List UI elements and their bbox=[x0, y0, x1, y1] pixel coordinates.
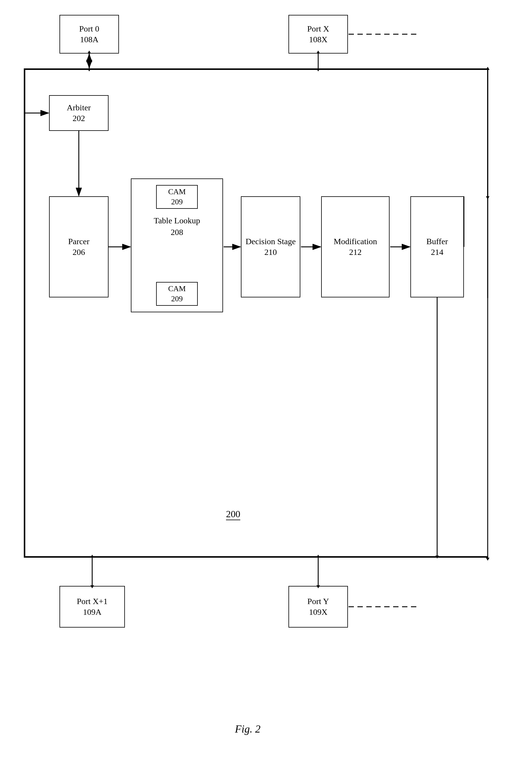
decision-label: Decision Stage bbox=[246, 236, 296, 247]
port0-sublabel: 108A bbox=[80, 34, 98, 45]
arbiter-label: Arbiter bbox=[67, 102, 91, 113]
port0-label: Port 0 bbox=[79, 23, 99, 34]
portY-sublabel: 109X bbox=[309, 607, 327, 617]
bottom-bus-line bbox=[24, 556, 488, 558]
cam-bottom-sublabel: 209 bbox=[171, 294, 183, 304]
cam-top-block: CAM 209 bbox=[156, 185, 198, 209]
cam-top-label: CAM bbox=[168, 187, 186, 197]
arbiter-block: Arbiter 202 bbox=[49, 95, 109, 131]
portY-block: Port Y 109X bbox=[288, 586, 348, 628]
modification-sublabel: 212 bbox=[349, 247, 362, 258]
parcer-label: Parcer bbox=[68, 236, 90, 247]
decision-sublabel: 210 bbox=[264, 247, 277, 258]
portY-label: Port Y bbox=[307, 596, 329, 607]
buffer-label: Buffer bbox=[426, 236, 448, 247]
parcer-block: Parcer 206 bbox=[49, 196, 109, 297]
table-lookup-container: CAM 209 Table Lookup 208 CAM 209 bbox=[131, 178, 223, 312]
decision-block: Decision Stage 210 bbox=[241, 196, 300, 297]
cam-bottom-label: CAM bbox=[168, 284, 186, 294]
top-bus-line bbox=[24, 68, 488, 70]
diagram: Port 0 108A Port X 108X Arbiter 202 Parc… bbox=[0, 0, 532, 773]
cam-top-sublabel: 209 bbox=[171, 197, 183, 207]
left-bus-line bbox=[24, 68, 25, 558]
portX-sublabel: 108X bbox=[309, 34, 327, 45]
modification-block: Modification 212 bbox=[321, 196, 390, 297]
port0-block: Port 0 108A bbox=[59, 15, 119, 54]
parcer-sublabel: 206 bbox=[73, 247, 85, 258]
modification-label: Modification bbox=[334, 236, 377, 247]
cam-bottom-block: CAM 209 bbox=[156, 282, 198, 306]
buffer-block: Buffer 214 bbox=[410, 196, 464, 297]
svg-marker-18 bbox=[486, 196, 489, 199]
portX1-sublabel: 109A bbox=[83, 607, 101, 617]
buffer-sublabel: 214 bbox=[431, 247, 443, 258]
portX1-label: Port X+1 bbox=[77, 596, 108, 607]
diagram-number: 200 bbox=[226, 509, 240, 520]
table-lookup-sublabel: 208 bbox=[171, 228, 183, 237]
portX-label: Port X bbox=[307, 23, 329, 34]
portX1-block: Port X+1 109A bbox=[59, 586, 125, 628]
figure-label: Fig. 2 bbox=[235, 723, 260, 735]
table-lookup-label: Table Lookup bbox=[154, 216, 200, 225]
arbiter-sublabel: 202 bbox=[73, 113, 85, 124]
svg-marker-34 bbox=[486, 558, 489, 561]
portX-block: Port X 108X bbox=[288, 15, 348, 54]
